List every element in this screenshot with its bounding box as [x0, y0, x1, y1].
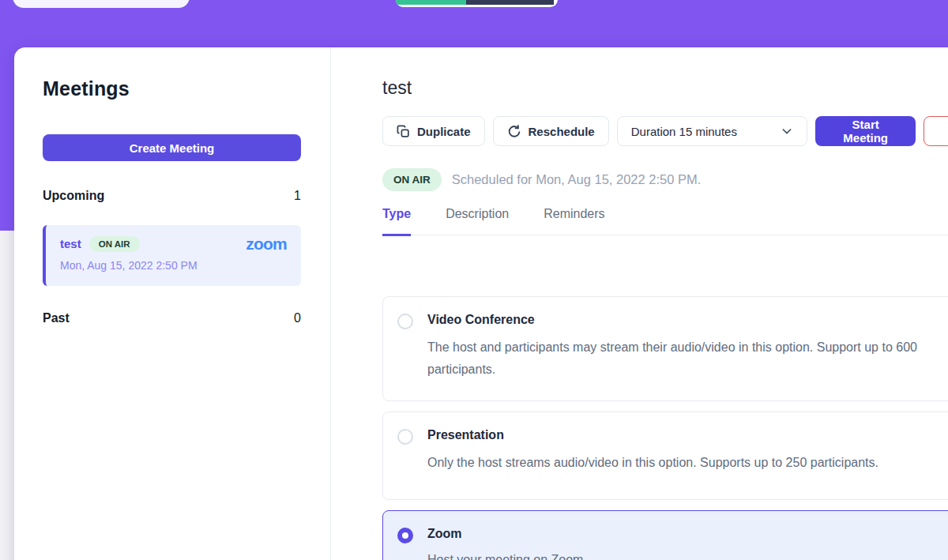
option-description: Only the host streams audio/video in thi… [427, 452, 948, 474]
progress-green-segment [396, 0, 466, 5]
meeting-title: test [382, 77, 412, 99]
radio-checked-icon[interactable] [397, 528, 413, 543]
copy-icon [397, 125, 410, 138]
meeting-list-item[interactable]: test ON AIR zoom Mon, Aug 15, 2022 2:50 … [43, 225, 301, 286]
reschedule-button[interactable]: Reschedule [493, 116, 609, 146]
option-title: Presentation [427, 428, 948, 442]
tab-reminders[interactable]: Reminders [544, 207, 604, 235]
option-video-conference[interactable]: Video Conference The host and participan… [382, 296, 948, 401]
option-title: Video Conference [427, 313, 948, 327]
chevron-down-icon [781, 125, 793, 137]
tab-description[interactable]: Description [446, 207, 509, 235]
option-title: Zoom [427, 527, 948, 541]
duration-select[interactable]: Duration 15 minutes [617, 116, 807, 146]
upcoming-count: 1 [294, 189, 301, 203]
content-card: Meetings Create Meeting Upcoming 1 test … [14, 47, 948, 560]
meeting-toolbar: Duplicate Reschedule Duration 15 minutes [382, 116, 948, 146]
meetings-sidebar: Meetings Create Meeting Upcoming 1 test … [14, 47, 331, 560]
duplicate-label: Duplicate [417, 125, 471, 138]
past-section-header: Past 0 [43, 311, 301, 325]
start-meeting-button[interactable]: Start Meeting [815, 116, 916, 146]
reschedule-label: Reschedule [529, 125, 595, 138]
status-row: ON AIR Scheduled for Mon, Aug 15, 2022 2… [382, 168, 701, 191]
upcoming-label: Upcoming [43, 189, 104, 203]
meeting-type-options: Video Conference The host and participan… [382, 296, 948, 560]
meeting-name: test [60, 237, 81, 250]
duplicate-button[interactable]: Duplicate [382, 116, 485, 146]
upcoming-section-header: Upcoming 1 [43, 189, 301, 203]
delete-meeting-button[interactable] [924, 116, 948, 146]
create-meeting-label: Create Meeting [130, 141, 215, 155]
detail-tabs: Type Description Reminders [382, 207, 948, 235]
zoom-logo: zoom [246, 235, 287, 252]
radio-unchecked-icon[interactable] [397, 429, 413, 445]
past-count: 0 [294, 311, 301, 325]
option-description: The host and participants may stream the… [427, 336, 948, 381]
past-label: Past [43, 311, 70, 325]
progress-navy-segment [466, 0, 554, 5]
topbar-remnant [13, 0, 190, 8]
option-presentation[interactable]: Presentation Only the host streams audio… [382, 412, 948, 500]
duration-value: Duration 15 minutes [631, 125, 737, 138]
meeting-datetime: Mon, Aug 15, 2022 2:50 PM [60, 259, 287, 272]
progress-bar-remnant [396, 0, 558, 7]
option-zoom[interactable]: Zoom Host your meeting on Zoom [382, 510, 948, 560]
start-meeting-label: Start Meeting [843, 118, 888, 145]
sidebar-title: Meetings [43, 77, 130, 100]
scheduled-text: Scheduled for Mon, Aug 15, 2022 2:50 PM. [452, 172, 702, 187]
refresh-icon [507, 124, 521, 138]
create-meeting-button[interactable]: Create Meeting [43, 134, 301, 161]
option-description: Host your meeting on Zoom [427, 549, 948, 560]
radio-unchecked-icon[interactable] [397, 314, 413, 329]
on-air-status-badge: ON AIR [382, 168, 442, 191]
on-air-badge: ON AIR [89, 236, 140, 252]
meeting-detail-pane: test Duplicate Reschedul [331, 47, 948, 560]
tab-type[interactable]: Type [382, 207, 411, 236]
